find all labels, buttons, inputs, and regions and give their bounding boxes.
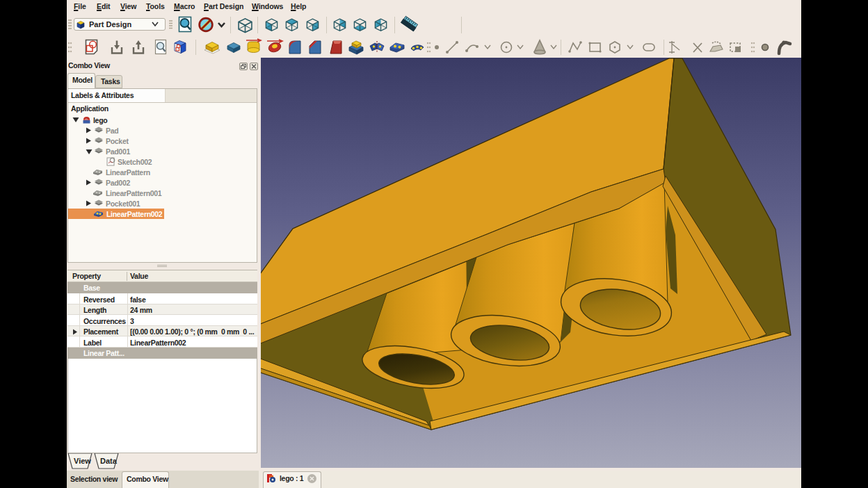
svg-text:Data: Data (100, 457, 118, 465)
svg-text:View: View (74, 457, 91, 465)
